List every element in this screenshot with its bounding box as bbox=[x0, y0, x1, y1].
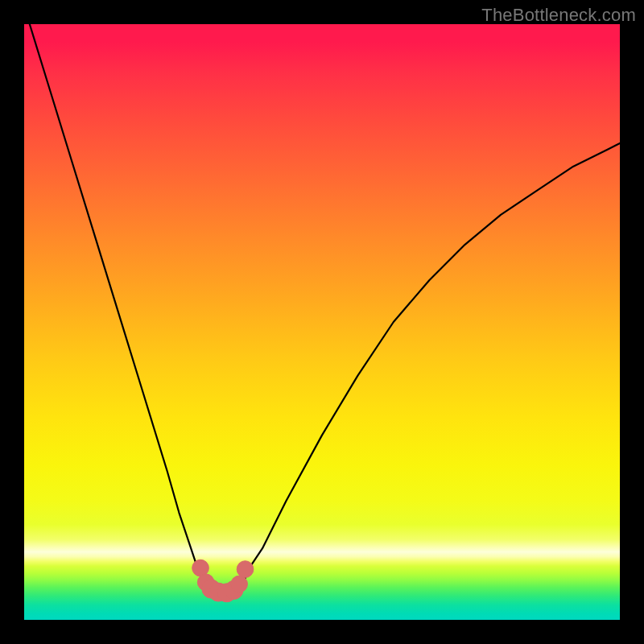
watermark-text: TheBottleneck.com bbox=[481, 5, 636, 26]
curve-markers bbox=[192, 559, 254, 602]
chart-frame bbox=[24, 24, 620, 620]
chart-plot bbox=[24, 24, 620, 620]
curve-marker bbox=[237, 561, 254, 578]
curve-marker bbox=[231, 576, 248, 592]
curve-path bbox=[24, 24, 620, 593]
